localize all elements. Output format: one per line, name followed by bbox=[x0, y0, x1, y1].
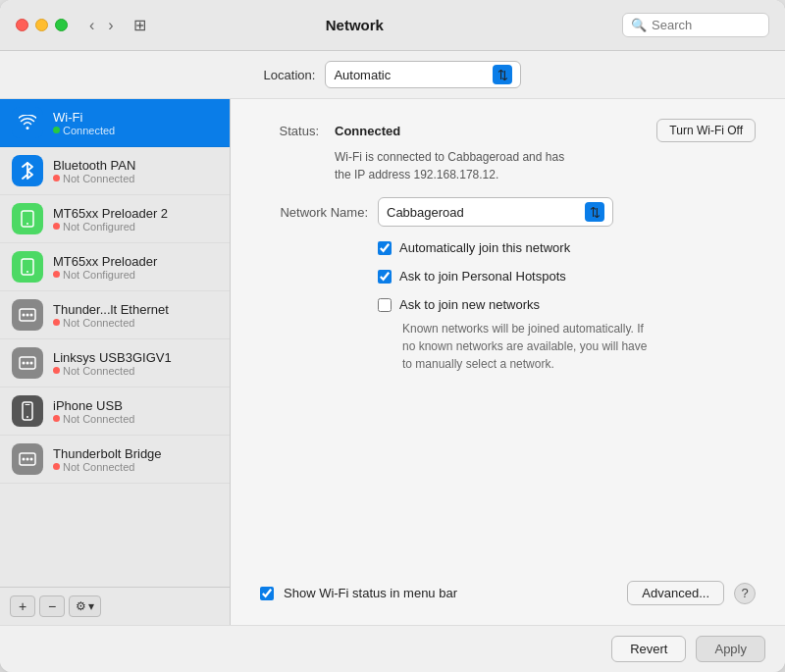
svg-point-18 bbox=[30, 458, 33, 461]
wifi-name: Wi-Fi bbox=[53, 110, 115, 125]
status-value: Connected bbox=[335, 124, 400, 138]
sidebar-item-mt65xx[interactable]: MT65xx Preloader Not Configured bbox=[0, 243, 230, 291]
bluetooth-icon bbox=[12, 155, 43, 186]
auto-join-checkbox[interactable] bbox=[378, 241, 392, 255]
gear-icon: ⚙ bbox=[76, 599, 86, 613]
thunderbolt-bridge-icon bbox=[12, 443, 43, 475]
maximize-button[interactable] bbox=[55, 19, 68, 31]
revert-button[interactable]: Revert bbox=[611, 636, 686, 662]
thunder-eth-icon bbox=[12, 299, 43, 331]
iphone-usb-status: Not Connected bbox=[53, 413, 134, 425]
phone2-icon bbox=[12, 203, 43, 234]
linksys-name: Linksys USB3GIGV1 bbox=[53, 350, 172, 365]
sidebar-item-thunder-eth[interactable]: Thunder...lt Ethernet Not Connected bbox=[0, 291, 230, 339]
detail-panel: Status: Connected Turn Wi-Fi Off Wi-Fi i… bbox=[231, 99, 785, 625]
search-input[interactable] bbox=[652, 18, 759, 32]
linksys-icon bbox=[12, 347, 43, 379]
sidebar-item-wifi[interactable]: Wi-Fi Connected bbox=[0, 99, 230, 147]
advanced-button[interactable]: Advanced... bbox=[627, 581, 724, 605]
location-select[interactable]: Automatic ⇅ bbox=[325, 61, 521, 88]
thunder-eth-name: Thunder...lt Ethernet bbox=[53, 302, 169, 317]
auto-join-label: Automatically join this network bbox=[399, 240, 570, 255]
thunderbolt-bridge-status: Not Connected bbox=[53, 461, 162, 473]
status-row: Status: Connected Turn Wi-Fi Off bbox=[260, 119, 756, 142]
add-network-button[interactable]: + bbox=[10, 595, 35, 617]
wifi-status: Connected bbox=[53, 125, 115, 136]
new-networks-description: Known networks will be joined automatica… bbox=[402, 320, 756, 373]
mt65xx2-status: Not Configured bbox=[53, 221, 168, 233]
location-chevron-icon: ⇅ bbox=[493, 65, 512, 84]
svg-point-16 bbox=[23, 458, 26, 461]
remove-network-button[interactable]: − bbox=[39, 595, 65, 617]
sidebar-item-thunderbolt-bridge[interactable]: Thunderbolt Bridge Not Connected bbox=[0, 436, 230, 484]
svg-point-3 bbox=[26, 271, 28, 273]
wifi-icon bbox=[12, 107, 43, 138]
svg-point-10 bbox=[26, 362, 29, 365]
sidebar: Wi-Fi Connected Bluetooth PAN bbox=[0, 99, 231, 625]
gear-menu-button[interactable]: ⚙ ▾ bbox=[69, 595, 101, 617]
svg-point-11 bbox=[30, 362, 33, 365]
new-networks-checkbox[interactable] bbox=[378, 298, 392, 312]
mt65xx-status: Not Configured bbox=[53, 269, 157, 281]
mt65xx-name: MT65xx Preloader bbox=[53, 254, 157, 269]
svg-point-5 bbox=[23, 314, 26, 317]
sidebar-item-mt65xx-2[interactable]: MT65xx Preloader 2 Not Configured bbox=[0, 195, 230, 243]
location-value: Automatic bbox=[334, 68, 391, 82]
network-name-row: Network Name: Cabbageroad ⇅ bbox=[260, 197, 756, 227]
minimize-button[interactable] bbox=[35, 19, 48, 31]
bluetooth-pan-text: Bluetooth PAN Not Connected bbox=[53, 158, 135, 184]
svg-point-7 bbox=[30, 314, 33, 317]
sidebar-item-bluetooth-pan[interactable]: Bluetooth PAN Not Connected bbox=[0, 147, 230, 195]
network-name-value: Cabbageroad bbox=[387, 205, 464, 220]
linksys-text: Linksys USB3GIGV1 Not Connected bbox=[53, 350, 172, 377]
location-label: Location: bbox=[264, 68, 316, 82]
iphone-usb-icon bbox=[12, 395, 43, 427]
status-description: Wi-Fi is connected to Cabbageroad and ha… bbox=[335, 148, 756, 183]
iphone-usb-text: iPhone USB Not Connected bbox=[53, 398, 134, 425]
svg-point-9 bbox=[23, 362, 26, 365]
help-button[interactable]: ? bbox=[734, 583, 756, 604]
svg-point-6 bbox=[26, 314, 29, 317]
new-networks-row: Ask to join new networks bbox=[378, 297, 756, 312]
thunder-eth-text: Thunder...lt Ethernet Not Connected bbox=[53, 302, 169, 329]
personal-hotspot-row: Ask to join Personal Hotspots bbox=[378, 269, 756, 284]
network-preferences-window: ‹ › ⊞ Network 🔍 Location: Automatic ⇅ bbox=[0, 0, 785, 672]
personal-hotspot-label: Ask to join Personal Hotspots bbox=[399, 269, 566, 284]
apply-button[interactable]: Apply bbox=[696, 636, 765, 662]
gear-chevron-icon: ▾ bbox=[88, 599, 94, 613]
sidebar-item-iphone-usb[interactable]: iPhone USB Not Connected bbox=[0, 388, 230, 436]
thunderbolt-bridge-text: Thunderbolt Bridge Not Connected bbox=[53, 446, 162, 473]
search-icon: 🔍 bbox=[631, 18, 647, 32]
show-menubar-label: Show Wi-Fi status in menu bar bbox=[284, 586, 457, 600]
svg-point-1 bbox=[26, 223, 28, 225]
network-name-select[interactable]: Cabbageroad ⇅ bbox=[378, 197, 613, 227]
search-box[interactable]: 🔍 bbox=[622, 13, 769, 37]
show-menubar-checkbox[interactable] bbox=[260, 587, 274, 600]
linksys-status: Not Connected bbox=[53, 365, 172, 377]
personal-hotspot-checkbox[interactable] bbox=[378, 270, 392, 284]
bottom-bar: Revert Apply bbox=[0, 625, 785, 672]
titlebar: ‹ › ⊞ Network 🔍 bbox=[0, 0, 785, 51]
bluetooth-pan-status: Not Connected bbox=[53, 173, 135, 184]
window-title: Network bbox=[97, 17, 612, 33]
traffic-lights bbox=[16, 19, 68, 31]
wifi-text: Wi-Fi Connected bbox=[53, 110, 115, 136]
mt65xx2-text: MT65xx Preloader 2 Not Configured bbox=[53, 206, 168, 233]
network-name-chevron-icon: ⇅ bbox=[585, 202, 604, 222]
new-networks-label: Ask to join new networks bbox=[399, 297, 540, 312]
wifi-status-dot bbox=[53, 127, 60, 133]
sidebar-footer: + − ⚙ ▾ bbox=[0, 587, 230, 625]
svg-point-17 bbox=[26, 458, 29, 461]
bluetooth-pan-status-dot bbox=[53, 175, 60, 181]
thunder-eth-status-dot bbox=[53, 319, 60, 326]
close-button[interactable] bbox=[16, 19, 28, 31]
iphone-usb-status-dot bbox=[53, 415, 60, 422]
thunder-eth-status: Not Connected bbox=[53, 317, 169, 329]
sidebar-item-linksys[interactable]: Linksys USB3GIGV1 Not Connected bbox=[0, 339, 230, 388]
thunderbolt-bridge-status-dot bbox=[53, 463, 60, 470]
svg-point-13 bbox=[26, 416, 28, 418]
phone-icon bbox=[12, 251, 43, 283]
bluetooth-pan-name: Bluetooth PAN bbox=[53, 158, 135, 173]
turn-wifi-off-button[interactable]: Turn Wi-Fi Off bbox=[656, 119, 756, 142]
mt65xx2-status-dot bbox=[53, 223, 60, 230]
